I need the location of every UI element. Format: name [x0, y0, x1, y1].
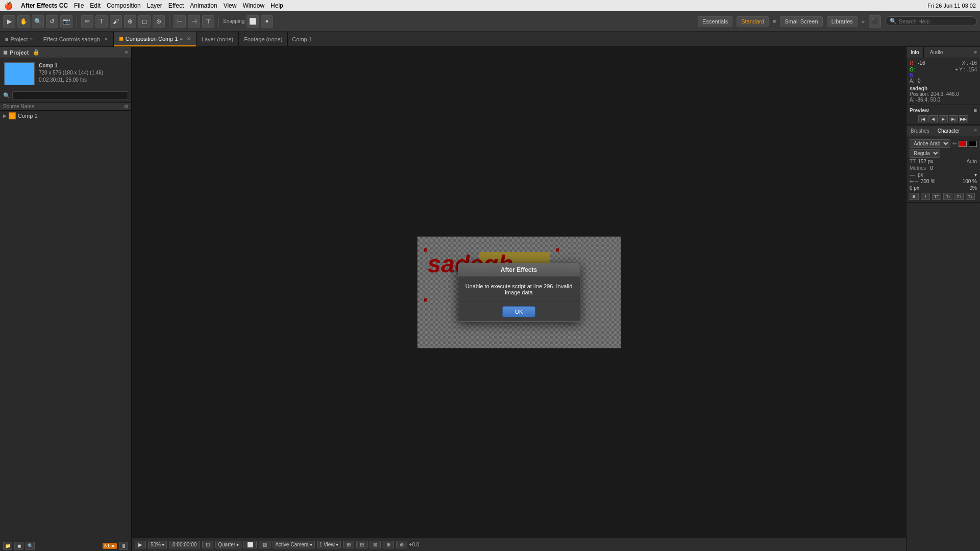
- view-layout-btn1[interactable]: ⊞: [343, 541, 354, 548]
- tool-pen[interactable]: ✏: [81, 15, 93, 28]
- tool-extra[interactable]: ✦: [261, 15, 273, 28]
- transparency-btn[interactable]: ⬜: [243, 541, 257, 548]
- project-panel-menu[interactable]: ≡: [125, 49, 128, 56]
- preview-play-btn[interactable]: ▶: [135, 541, 146, 548]
- project-search-input[interactable]: [12, 91, 128, 100]
- tool-puppet[interactable]: ⊛: [153, 15, 165, 28]
- comp-settings-btn[interactable]: ⬛: [869, 15, 881, 28]
- timecode-display[interactable]: 0:00:00:00: [169, 541, 200, 548]
- search-box: 🔍: [885, 16, 977, 26]
- search-input[interactable]: [899, 18, 972, 24]
- tool-hand[interactable]: ✋: [17, 15, 30, 28]
- tab-info[interactable]: Info: [906, 47, 924, 58]
- tab-project[interactable]: ≡ Project »: [0, 32, 38, 46]
- preview-menu[interactable]: ≡: [974, 107, 977, 113]
- tab-comp-close[interactable]: ✕: [187, 36, 191, 41]
- menu-effect[interactable]: Effect: [168, 2, 184, 9]
- resolution-btn[interactable]: ⊡: [202, 541, 213, 548]
- workspace-more[interactable]: »: [862, 18, 865, 24]
- tab-effect-controls[interactable]: Effect Controls sadegh ✕: [38, 32, 114, 46]
- tab-brushes[interactable]: Brushes: [906, 126, 934, 136]
- smallcaps-btn[interactable]: Tt: [943, 193, 952, 200]
- menu-bar: File Edit Composition Layer Effect Anima…: [74, 2, 283, 9]
- prev-last-btn[interactable]: ▶▶|: [959, 115, 968, 122]
- italic-btn[interactable]: I: [921, 193, 930, 200]
- tool-zoom[interactable]: 🔍: [32, 15, 44, 28]
- tool-select[interactable]: ▶: [3, 15, 15, 28]
- menu-help[interactable]: Help: [271, 2, 283, 9]
- tool-text[interactable]: T: [95, 15, 108, 28]
- view-snap-btn[interactable]: ⊕: [383, 541, 394, 548]
- project-panel-lock[interactable]: 🔒: [33, 49, 40, 56]
- search-project-btn[interactable]: 🔍: [26, 542, 35, 550]
- dialog-ok-button[interactable]: OK: [502, 306, 536, 317]
- app-name[interactable]: After Effects CC: [21, 2, 68, 9]
- color-swatch-fg[interactable]: [959, 141, 967, 147]
- font-family-dropdown[interactable]: Adobe Arabic: [910, 139, 950, 148]
- project-panel-header: ◼ Project 🔒 ≡: [0, 47, 131, 58]
- menu-view[interactable]: View: [224, 2, 237, 9]
- quality-dropdown[interactable]: Quarter ▾: [215, 541, 241, 548]
- workspace-essentials[interactable]: Essentials: [698, 16, 732, 27]
- view-layout-btn2[interactable]: ⊟: [356, 541, 368, 548]
- new-comp-btn[interactable]: ◼: [14, 542, 23, 550]
- tab-layer[interactable]: Layer (none): [197, 32, 239, 46]
- camera-dropdown[interactable]: Active Camera ▾: [273, 541, 315, 548]
- apple-menu[interactable]: 🍎: [4, 2, 13, 10]
- unit-arrow[interactable]: ▾: [974, 172, 977, 178]
- tool-rotate[interactable]: ↺: [46, 15, 58, 28]
- menu-file[interactable]: File: [74, 2, 84, 9]
- view-3d-btn[interactable]: ⊗: [396, 541, 407, 548]
- prev-forward-btn[interactable]: ▶|: [949, 115, 958, 122]
- timecode-val: 0:00:00:00: [173, 542, 197, 547]
- tool-camera[interactable]: 📷: [60, 15, 72, 28]
- menu-window[interactable]: Window: [242, 2, 264, 9]
- menu-edit[interactable]: Edit: [90, 2, 101, 9]
- list-item[interactable]: ▶ C Comp 1: [0, 111, 131, 121]
- tool-align1[interactable]: ⊢: [174, 15, 186, 28]
- prev-play-btn[interactable]: ▶: [939, 115, 948, 122]
- workspace-standard[interactable]: Standard: [737, 16, 769, 27]
- menu-animation[interactable]: Animation: [190, 2, 217, 9]
- item-expand[interactable]: ▶: [3, 113, 7, 118]
- tool-brush[interactable]: 🖌: [110, 15, 122, 28]
- vert-scale-val: 100 %: [963, 179, 977, 184]
- prev-back-btn[interactable]: ◀: [928, 115, 938, 122]
- pixel-ratio-btn[interactable]: ▥: [259, 541, 271, 548]
- plus-icon[interactable]: +: [955, 67, 958, 72]
- tool-align2[interactable]: ⊣: [188, 15, 200, 28]
- tab-effect-close[interactable]: ✕: [104, 37, 108, 42]
- menu-layer[interactable]: Layer: [147, 2, 162, 9]
- tab-footage[interactable]: Footage (none): [239, 32, 288, 46]
- color-swatch-bg[interactable]: [969, 141, 977, 147]
- new-folder-btn[interactable]: 📁: [3, 542, 12, 550]
- tool-eraser[interactable]: ◻: [138, 15, 151, 28]
- workspace-libraries[interactable]: Libraries: [827, 16, 857, 27]
- tool-clone[interactable]: ⊕: [124, 15, 136, 28]
- tab-character[interactable]: Character: [934, 126, 964, 136]
- tab-audio[interactable]: Audio: [926, 47, 947, 58]
- size-icon: TT: [910, 159, 916, 164]
- font-edit-icon[interactable]: ✏: [952, 141, 957, 146]
- font-style-dropdown[interactable]: Regular: [910, 149, 940, 158]
- snapping-toggle[interactable]: ⬜: [247, 15, 259, 28]
- left-panel: ◼ Project 🔒 ≡ Comp 1 720 x 576 (180 x 14…: [0, 47, 132, 551]
- delete-btn[interactable]: 🗑: [119, 542, 128, 550]
- sub-btn[interactable]: T↓: [966, 193, 975, 200]
- menu-composition[interactable]: Composition: [107, 2, 141, 9]
- view-count-dropdown[interactable]: 1 View ▾: [317, 541, 341, 548]
- tool-align3[interactable]: ⊤: [202, 15, 214, 28]
- char-panel-menu[interactable]: ≡: [974, 126, 980, 136]
- zoom-dropdown[interactable]: 50% ▾: [148, 541, 167, 548]
- view-layout-btn3[interactable]: ⊠: [370, 541, 381, 548]
- bold-btn[interactable]: B: [910, 193, 919, 200]
- tab-comp1[interactable]: ◼ Composition Comp 1 ≡ ✕: [114, 32, 197, 46]
- info-panel-menu[interactable]: ≡: [974, 47, 980, 58]
- workspace-expand[interactable]: ≡: [773, 18, 776, 24]
- tab-project-expand[interactable]: »: [30, 37, 33, 42]
- super-btn[interactable]: T↑: [954, 193, 964, 200]
- center-and-right: sadegh After Effects: [132, 47, 980, 551]
- prev-first-btn[interactable]: |◀: [918, 115, 927, 122]
- workspace-smallscreen[interactable]: Small Screen: [780, 16, 822, 27]
- caps-btn[interactable]: TT: [932, 193, 941, 200]
